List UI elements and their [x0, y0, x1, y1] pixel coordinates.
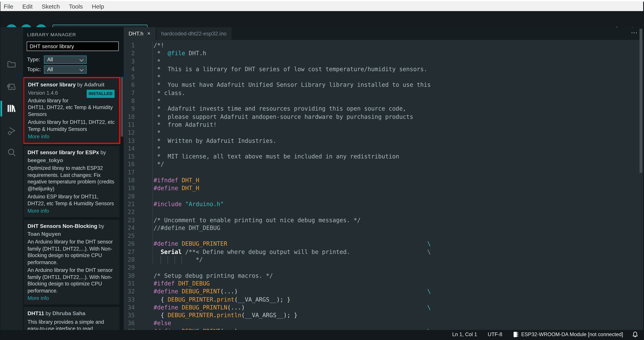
- window-top-edge: [0, 0, 644, 2]
- code-line[interactable]: 7 * class.: [124, 89, 643, 97]
- code-line[interactable]: 36#else: [124, 319, 643, 327]
- code-text: /*!: [154, 42, 164, 49]
- code-line[interactable]: 34#define DEBUG_PRINTLN(...) \: [124, 304, 643, 311]
- code-line[interactable]: 1/*!: [124, 42, 643, 50]
- menu-item-edit[interactable]: Edit: [18, 3, 37, 10]
- code-text: Serial /**< Define where debug output wi…: [154, 248, 431, 255]
- cursor-position[interactable]: Ln 1, Col 1: [452, 332, 477, 337]
- code-line[interactable]: 10 * please support Adafruit andopen-sou…: [124, 113, 643, 121]
- code-line[interactable]: 21#include "Arduino.h": [124, 200, 643, 208]
- sidebar-item-sketchbook[interactable]: [6, 59, 16, 69]
- line-continuation: \: [427, 241, 431, 247]
- code-line[interactable]: 37#define DEBUG_PRINT(...) \: [124, 327, 643, 330]
- code-line[interactable]: 15 * MIT license, all text above must be…: [124, 153, 643, 160]
- code-line[interactable]: 25: [124, 232, 643, 240]
- code-line[interactable]: 17: [124, 169, 643, 177]
- sidebar-item-debug[interactable]: [6, 126, 16, 136]
- token: (...): [220, 288, 238, 295]
- code-line[interactable]: 32#define DEBUG_PRINT(...) \: [124, 288, 643, 295]
- sidebar-item-search[interactable]: [6, 148, 16, 157]
- token: DEBUG_PRINT: [182, 328, 220, 330]
- code-line[interactable]: 11 * from Adafruit!: [124, 121, 643, 129]
- sidebar-item-library-manager[interactable]: [6, 103, 16, 113]
- editor: DHT.h ✕ hardcoded-dht22-esp32.ino ⋯ 1/*!…: [124, 27, 643, 330]
- indent-guide: [182, 256, 182, 264]
- code-line[interactable]: 18#ifndef DHT_H: [124, 177, 643, 185]
- library-entry[interactable]: DHT Sensors Non-Blocking by Toan NguyenA…: [24, 220, 120, 304]
- code-area[interactable]: 1/*!2 * @file DHT.h3 *4 * This is a libr…: [124, 40, 643, 330]
- more-actions-icon[interactable]: ⋯: [631, 29, 638, 37]
- library-entry[interactable]: DHT sensor library for ESPx by beegee_to…: [24, 146, 120, 217]
- panel-scrollbar[interactable]: [121, 77, 123, 136]
- line-continuation: \: [427, 288, 431, 295]
- line-number: 21: [124, 200, 135, 208]
- code-line[interactable]: 26#define DEBUG_PRINTER \: [124, 240, 643, 248]
- editor-scrollbar[interactable]: [640, 29, 642, 173]
- token: * from Adafruit!: [154, 121, 217, 128]
- code-line[interactable]: 13 * Written by Adafruit Industries.: [124, 137, 643, 145]
- token: __VA_ARGS__: [245, 312, 283, 318]
- menu-item-file[interactable]: File: [3, 3, 18, 10]
- token: DEBUG_PRINTER: [168, 312, 213, 318]
- code-line[interactable]: 24//#define DHT_DEBUG: [124, 224, 643, 232]
- code-line[interactable]: 2 * @file DHT.h: [124, 50, 643, 57]
- code-line[interactable]: 23/* Uncomment to enable printing out ni…: [124, 216, 643, 224]
- code-line[interactable]: 6 * You must have Adafruit Unified Senso…: [124, 81, 643, 89]
- bell-icon[interactable]: [632, 331, 638, 338]
- code-line[interactable]: 8 *: [124, 97, 643, 105]
- library-entry[interactable]: DHT11 by Dhruba SahaThis library provide…: [24, 307, 120, 330]
- more-info-link[interactable]: More info: [28, 295, 116, 301]
- by-label: by: [99, 150, 106, 155]
- tab-dht-h[interactable]: DHT.h ✕: [124, 27, 156, 40]
- code-line[interactable]: 33 { DEBUG_PRINTER.print(__VA_ARGS__); }: [124, 295, 643, 303]
- code-text: *: [154, 74, 161, 80]
- code-line[interactable]: 27 Serial /**< Define where debug output…: [124, 248, 643, 256]
- code-line[interactable]: 3 *: [124, 57, 643, 65]
- code-line[interactable]: 14 *: [124, 145, 643, 153]
- menu-item-tools[interactable]: Tools: [64, 3, 87, 10]
- code-line[interactable]: 4 * This is a library for DHT series of …: [124, 65, 643, 73]
- code-text: #define DEBUG_PRINT(...) \: [154, 328, 431, 330]
- code-line[interactable]: 22: [124, 208, 643, 216]
- code-line[interactable]: 20: [124, 192, 643, 200]
- sidebar-item-boards-manager[interactable]: [6, 82, 16, 92]
- line-continuation: \: [427, 248, 431, 255]
- line-number: 3: [124, 57, 135, 65]
- more-info-link[interactable]: More info: [28, 134, 116, 139]
- topic-filter-label: Topic:: [27, 66, 41, 73]
- sketchbook-folder-icon: [6, 63, 16, 71]
- more-info-link[interactable]: More info: [28, 208, 116, 214]
- tab-sketch-ino[interactable]: hardcoded-dht22-esp32.ino: [156, 27, 232, 40]
- token: {: [154, 312, 168, 318]
- board-status[interactable]: ESP32-WROOM-DA Module [not connected]: [513, 331, 623, 338]
- token: [178, 185, 182, 192]
- line-number: 35: [124, 311, 135, 319]
- code-line[interactable]: 16 */: [124, 160, 643, 168]
- type-filter-label: Type:: [27, 56, 40, 63]
- library-version: Version 1.4.6: [28, 90, 58, 96]
- code-line[interactable]: 5 *: [124, 73, 643, 81]
- code-text: * You must have Adafruit Unified Sensor …: [154, 82, 431, 88]
- code-line[interactable]: 31#ifdef DHT_DEBUG: [124, 280, 643, 288]
- code-line[interactable]: 9 * Adafruit invests time and resources …: [124, 105, 643, 113]
- code-line[interactable]: 12 *: [124, 129, 643, 137]
- menu-item-sketch[interactable]: Sketch: [37, 3, 64, 10]
- code-line[interactable]: 19#define DHT_H: [124, 185, 643, 192]
- library-entry[interactable]: DHT sensor library by AdafruitINSTALLEDV…: [24, 77, 120, 144]
- code-line[interactable]: 28 */: [124, 256, 643, 264]
- code-line[interactable]: 29: [124, 264, 643, 272]
- code-text: */: [154, 161, 164, 168]
- token: * This is a library for DHT series of lo…: [154, 66, 427, 72]
- line-number: 31: [124, 280, 135, 288]
- type-filter-select[interactable]: All: [44, 56, 86, 64]
- library-description: Arduino library for DHT11, DHT22, etc Te…: [28, 119, 116, 132]
- library-search-input[interactable]: [27, 42, 118, 51]
- token: #include: [154, 201, 182, 207]
- topic-filter-select[interactable]: All: [44, 65, 86, 74]
- close-icon[interactable]: ✕: [147, 31, 150, 36]
- code-line[interactable]: 30/* Setup debug printing macros. */: [124, 272, 643, 280]
- encoding-indicator[interactable]: UTF-8: [488, 332, 502, 337]
- code-line[interactable]: 35 { DEBUG_PRINTER.println(__VA_ARGS__);…: [124, 311, 643, 319]
- token: */: [154, 161, 164, 168]
- menu-item-help[interactable]: Help: [87, 3, 108, 10]
